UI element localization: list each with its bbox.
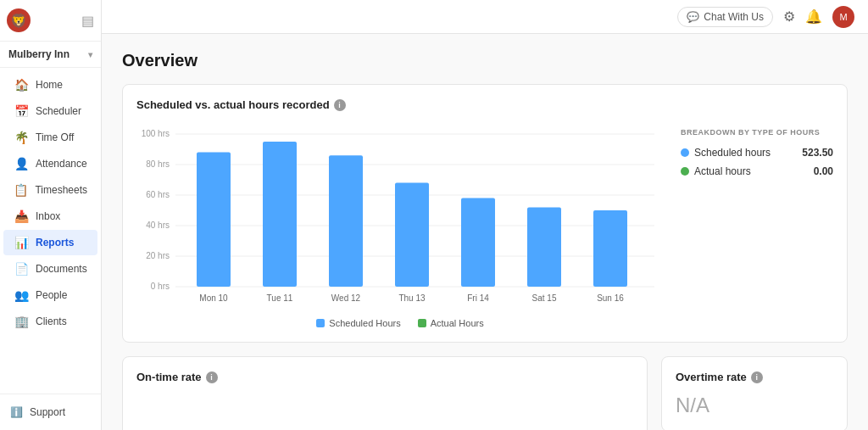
legend-scheduled-hours: Scheduled hours 523.50 xyxy=(681,147,833,159)
settings-icon[interactable]: ⚙ xyxy=(783,8,795,25)
metrics-column: Overtime rate i N/A Turn-over rate i N/A xyxy=(661,356,848,430)
bottom-row: On-time rate i xyxy=(122,356,848,430)
legend-actual: Actual Hours xyxy=(418,318,484,328)
overtime-value: N/A xyxy=(676,394,833,417)
sidebar-item-people[interactable]: 👥People xyxy=(3,282,97,308)
bar-chart-svg: 100 hrs 80 hrs 60 hrs 40 hrs 20 hrs 0 hr… xyxy=(136,121,664,308)
sidebar-item-attendance[interactable]: 👤Attendance xyxy=(3,151,97,176)
sidebar-item-timesheets[interactable]: 📋Timesheets xyxy=(3,177,97,203)
chart1-info-icon[interactable]: i xyxy=(334,99,346,111)
sidebar-item-support[interactable]: ℹ️ Support xyxy=(10,401,91,423)
attendance-icon: 👤 xyxy=(14,157,29,170)
time-off-icon: 🌴 xyxy=(14,131,29,144)
breakdown-panel: BREAKDOWN BY TYPE OF HOURS Scheduled hou… xyxy=(681,121,833,191)
svg-text:20 hrs: 20 hrs xyxy=(146,251,170,260)
sidebar-toggle-icon[interactable]: ▤ xyxy=(81,13,94,29)
svg-text:80 hrs: 80 hrs xyxy=(146,159,170,169)
legend-actual-hours: Actual hours 0.00 xyxy=(681,165,833,177)
chevron-down-icon: ▾ xyxy=(88,50,92,59)
user-avatar[interactable]: M xyxy=(832,6,854,28)
svg-text:Sun 16: Sun 16 xyxy=(597,293,624,303)
main-content: 💬 Chat With Us ⚙ 🔔 M Overview Scheduled … xyxy=(102,0,868,430)
chat-label: Chat With Us xyxy=(704,11,764,23)
sidebar-header: 🦁 ▤ xyxy=(0,0,101,42)
bar-tue xyxy=(263,142,297,287)
sidebar-item-documents[interactable]: 📄Documents xyxy=(3,256,97,282)
home-icon: 🏠 xyxy=(14,78,29,92)
overtime-rate-card: Overtime rate i N/A xyxy=(661,356,848,430)
actual-dot xyxy=(418,319,426,327)
svg-text:Mon 10: Mon 10 xyxy=(199,293,228,303)
reports-icon: 📊 xyxy=(14,236,29,249)
page-title: Overview xyxy=(122,51,848,70)
scheduled-legend-dot xyxy=(681,148,689,157)
bar-wed xyxy=(329,155,363,287)
svg-text:Thu 13: Thu 13 xyxy=(398,293,426,303)
clients-icon: 🏢 xyxy=(14,315,29,328)
page-content: Overview Scheduled vs. actual hours reco… xyxy=(102,34,868,430)
people-icon: 👥 xyxy=(14,288,29,302)
sidebar-item-reports[interactable]: 📊Reports xyxy=(3,230,97,255)
chart1-container: 100 hrs 80 hrs 60 hrs 40 hrs 20 hrs 0 hr… xyxy=(136,121,833,328)
donut-svg: On time Early Unscheduled Late xyxy=(275,402,495,430)
app-logo[interactable]: 🦁 xyxy=(7,8,31,32)
donut-chart-area: On time Early Unscheduled Late xyxy=(136,394,633,430)
bar-fri xyxy=(461,198,495,287)
bar-mon xyxy=(197,153,231,287)
svg-text:40 hrs: 40 hrs xyxy=(146,221,170,230)
sidebar-footer-label: Support xyxy=(30,406,65,418)
svg-text:Tue 11: Tue 11 xyxy=(267,293,293,303)
inbox-icon: 📥 xyxy=(14,209,29,223)
breakdown-title: BREAKDOWN BY TYPE OF HOURS xyxy=(681,128,833,137)
scheduler-icon: 📅 xyxy=(14,104,29,118)
chart1-title: Scheduled vs. actual hours recorded i xyxy=(136,98,833,111)
bar-sat xyxy=(527,207,561,287)
sidebar: 🦁 ▤ Mulberry Inn ▾ 🏠Home📅Scheduler🌴Time … xyxy=(0,0,102,430)
company-selector[interactable]: Mulberry Inn ▾ xyxy=(0,42,101,68)
company-name: Mulberry Inn xyxy=(8,48,70,60)
sidebar-item-home[interactable]: 🏠Home xyxy=(3,72,97,98)
timesheets-icon: 📋 xyxy=(14,183,28,197)
svg-text:Fri 14: Fri 14 xyxy=(467,293,489,303)
ontime-title: On-time rate i xyxy=(136,371,633,383)
overtime-title: Overtime rate i xyxy=(676,371,833,383)
svg-text:60 hrs: 60 hrs xyxy=(146,190,170,199)
sidebar-item-clients[interactable]: 🏢Clients xyxy=(3,309,97,334)
sidebar-item-time-off[interactable]: 🌴Time Off xyxy=(3,125,97,150)
actual-legend-dot xyxy=(681,167,689,176)
bar-chart-main: 100 hrs 80 hrs 60 hrs 40 hrs 20 hrs 0 hr… xyxy=(136,121,664,328)
svg-text:Sat 15: Sat 15 xyxy=(532,293,557,303)
topbar: 💬 Chat With Us ⚙ 🔔 M xyxy=(102,0,868,34)
sidebar-item-inbox[interactable]: 📥Inbox xyxy=(3,204,97,229)
svg-text:100 hrs: 100 hrs xyxy=(142,129,170,138)
svg-text:0 hrs: 0 hrs xyxy=(151,282,170,291)
bar-thu xyxy=(395,183,429,287)
ontime-info-icon[interactable]: i xyxy=(206,371,218,383)
sidebar-footer: ℹ️ Support xyxy=(0,394,101,430)
avatar-initials: M xyxy=(839,12,847,22)
overtime-info-icon[interactable]: i xyxy=(751,371,763,383)
info-icon: ℹ️ xyxy=(10,406,23,418)
chart-bottom-legend: Scheduled Hours Actual Hours xyxy=(136,318,664,328)
sidebar-item-scheduler[interactable]: 📅Scheduler xyxy=(3,98,97,124)
bar-sun xyxy=(593,210,627,287)
chat-with-us-button[interactable]: 💬 Chat With Us xyxy=(677,7,773,27)
ontime-rate-card: On-time rate i xyxy=(122,356,648,430)
actual-label: Actual Hours xyxy=(431,318,484,328)
documents-icon: 📄 xyxy=(14,262,29,276)
sidebar-nav: 🏠Home📅Scheduler🌴Time Off👤Attendance📋Time… xyxy=(0,68,101,394)
bell-icon[interactable]: 🔔 xyxy=(805,8,822,25)
svg-text:Wed 12: Wed 12 xyxy=(331,293,361,303)
chat-icon: 💬 xyxy=(687,11,699,23)
logo-icon: 🦁 xyxy=(10,13,27,29)
legend-scheduled: Scheduled Hours xyxy=(316,318,400,328)
scheduled-hours-card: Scheduled vs. actual hours recorded i 10… xyxy=(122,84,848,343)
scheduled-dot xyxy=(316,319,325,327)
scheduled-label: Scheduled Hours xyxy=(329,318,400,328)
